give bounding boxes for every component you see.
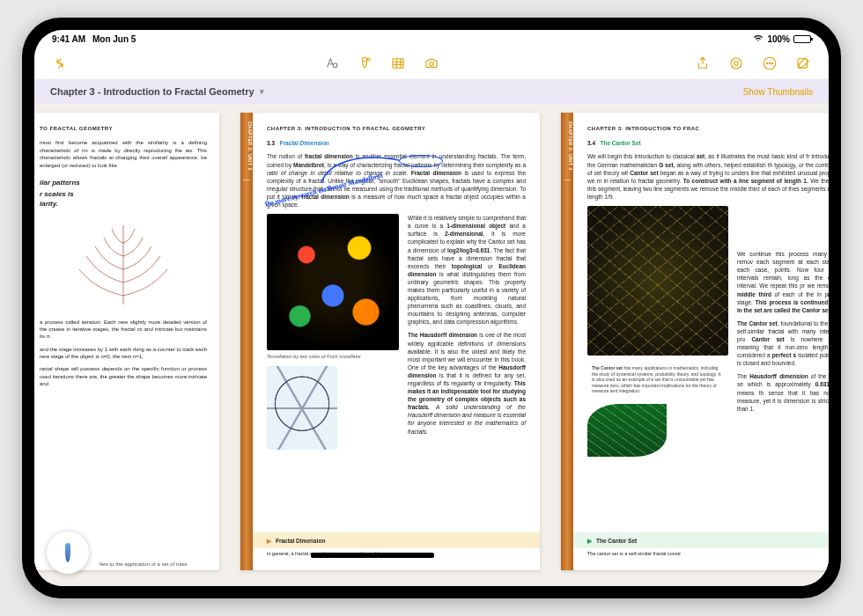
doc-page-1: TO FRACTAL GEOMETRY must first become ac… xyxy=(34,113,219,570)
wifi-icon xyxy=(753,34,763,44)
fractal-image xyxy=(267,214,399,350)
body-text: must first become acquainted with the si… xyxy=(40,139,207,169)
screen: 9:41 AM Mon Jun 5 100% xyxy=(34,30,829,586)
body-text: ractal shape will possess depends on the… xyxy=(40,365,207,387)
body-text: While it is relatively simple to compreh… xyxy=(408,214,526,326)
ipad-frame: 9:41 AM Mon Jun 5 100% xyxy=(22,18,841,598)
status-time: 9:41 AM xyxy=(52,34,85,44)
breadcrumb-bar: Chapter 3 - Introduction to Fractal Geom… xyxy=(34,79,829,104)
section-number: 3.3 xyxy=(267,140,275,146)
footer-text: The cantor set is a self-similar fractal… xyxy=(587,548,829,558)
section-title: The Cantor Set xyxy=(600,140,640,146)
more-icon[interactable] xyxy=(756,50,783,77)
breadcrumb-title[interactable]: Chapter 3 - Introduction to Fractal Geom… xyxy=(50,86,254,97)
running-head: CHAPTER 3: INTRODUCTION TO FRAC xyxy=(587,125,829,132)
page-spine: CHAPTER 3: UNIT 3 xyxy=(561,113,573,570)
collapse-icon[interactable] xyxy=(47,50,73,77)
svg-point-6 xyxy=(766,62,768,64)
green-leaf-image xyxy=(587,404,667,457)
koch-snowflake-image xyxy=(267,366,337,450)
svg-point-7 xyxy=(769,62,771,64)
callout: ilar patterns xyxy=(40,178,207,187)
camera-icon[interactable] xyxy=(418,50,445,77)
svg-point-0 xyxy=(367,58,370,61)
chevron-down-icon[interactable]: ▾ xyxy=(260,87,264,96)
page-strip[interactable]: TO FRACTAL GEOMETRY must first become ac… xyxy=(34,104,829,586)
running-head: CHAPTER 3: INTRODUCTION TO FRACTAL GEOME… xyxy=(267,125,526,132)
status-bar: 9:41 AM Mon Jun 5 100% xyxy=(34,30,829,48)
compose-icon[interactable] xyxy=(790,50,816,77)
status-date: Mon Jun 5 xyxy=(92,34,136,44)
svg-point-2 xyxy=(430,62,434,67)
body-text: The Cantor set, foundational to the esta… xyxy=(737,319,829,368)
status-battery-pct: 100% xyxy=(767,34,790,44)
page-spine: CHAPTER 3: UNIT 2 xyxy=(240,113,253,570)
section-bar: ▶The Cantor Set xyxy=(573,532,829,548)
redaction-mark xyxy=(311,553,434,558)
share-icon[interactable] xyxy=(690,50,716,77)
callout: r scales is xyxy=(40,189,207,199)
pencil-tool-button[interactable] xyxy=(47,532,89,574)
svg-rect-1 xyxy=(393,59,403,69)
leaf-vein-image xyxy=(587,206,728,356)
doc-page-2: CHAPTER 3: UNIT 2 CHAPTER 3: INTRODUCTIO… xyxy=(240,113,540,570)
body-text: We will begin this introduction to class… xyxy=(587,152,829,201)
body-text: and the stage increases by 1 with each r… xyxy=(40,346,207,361)
body-text: The Hausdorff dimension of the Cantor se… xyxy=(737,372,829,412)
side-note: The Cantor set has many applications in … xyxy=(587,361,728,399)
cantor-diagram xyxy=(737,206,829,245)
highlighter-icon[interactable] xyxy=(351,50,378,77)
target-icon[interactable] xyxy=(723,50,749,77)
app-toolbar xyxy=(34,48,829,79)
running-head: TO FRACTAL GEOMETRY xyxy=(40,125,207,132)
doc-page-3: CHAPTER 3: UNIT 3 CHAPTER 3: INTRODUCTIO… xyxy=(561,113,829,570)
spine-label: CHAPTER 3: UNIT 3 xyxy=(561,121,573,171)
image-caption: Tessellation by two sizes of Koch snowfl… xyxy=(267,354,399,361)
svg-point-3 xyxy=(731,58,741,69)
section-bar: ▶Fractal Dimension xyxy=(253,532,540,548)
page1-footer: fers to the application of a set of rule… xyxy=(100,561,188,567)
svg-point-8 xyxy=(771,62,773,64)
body-text: The notion of fractal dimension is anoth… xyxy=(267,152,526,209)
text-style-icon[interactable] xyxy=(318,50,344,77)
fern-image xyxy=(70,216,176,313)
body-text: a process called iteration. Each new sli… xyxy=(40,319,207,341)
table-icon[interactable] xyxy=(385,50,411,77)
section-title: Fractal Dimension xyxy=(279,140,328,146)
show-thumbnails-link[interactable]: Show Thumbnails xyxy=(743,87,813,97)
body-text: We continue this process many times, rem… xyxy=(737,250,829,314)
section-number: 3.4 xyxy=(587,140,595,146)
callout: larity. xyxy=(40,199,207,209)
body-text: The Hausdorff dimension is one of the mo… xyxy=(408,331,526,435)
battery-icon xyxy=(793,35,811,43)
spine-label: CHAPTER 3: UNIT 2 xyxy=(240,121,253,171)
svg-point-4 xyxy=(734,62,739,66)
